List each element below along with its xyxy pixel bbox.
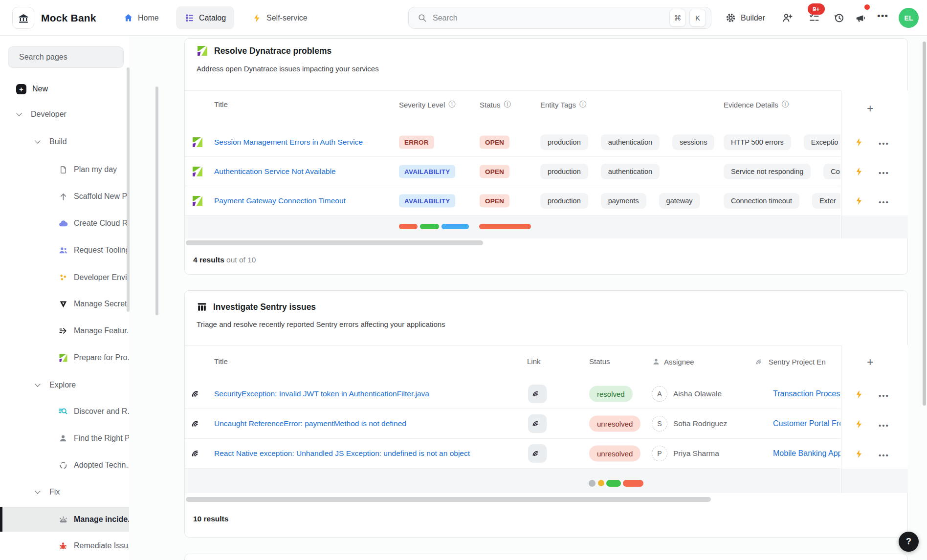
run-action-bolt-icon[interactable] [854,389,864,400]
sidebar-item-discover[interactable]: Discover and R... [0,401,129,422]
column-header-severity[interactable]: Severity Level [399,100,455,109]
column-header-evidence[interactable]: Evidence Details [724,100,789,109]
more-menu-button[interactable]: ••• [877,11,888,22]
partial-pill [623,480,643,487]
announcements-button[interactable] [854,12,866,24]
plus-icon: + [16,84,26,94]
table-row[interactable]: Authentication Service Not Available AVA… [185,157,840,186]
sidebar-section-build[interactable]: Build [0,131,129,152]
run-action-bolt-icon[interactable] [854,449,864,459]
run-action-bolt-icon[interactable] [854,195,864,206]
column-header-link[interactable]: Link [527,357,541,366]
issue-title-link[interactable]: React Native exception: Unhandled JS Exc… [214,449,470,458]
partial-pill [606,480,621,487]
sidebar-section-fix[interactable]: Fix [0,481,129,503]
row-menu-button[interactable] [879,198,889,206]
sidebar-search[interactable] [8,46,124,68]
project-link[interactable]: Transaction Processing [773,389,840,398]
table-horizontal-scrollbar[interactable] [186,497,711,502]
partial-row-band [185,215,840,238]
problem-title-link[interactable]: Payment Gateway Connection Timeout [214,196,346,205]
sidebar-item-adopted-technologies[interactable]: Adopted Techn... [0,454,129,476]
row-menu-button[interactable] [879,451,889,459]
problem-title-link[interactable]: Authentication Service Not Available [214,167,336,176]
partial-pill [441,224,469,229]
brand-name: Mock Bank [41,0,96,36]
new-button[interactable]: + New [0,78,129,100]
column-header-sentry-project[interactable]: Sentry Project En [756,357,826,366]
status-badge: OPEN [480,165,509,178]
project-link[interactable]: Mobile Banking App [773,449,840,458]
sentry-link-button[interactable] [528,444,547,463]
content-scrollbar[interactable] [155,86,158,315]
add-column-button[interactable] [867,102,873,115]
row-menu-button[interactable] [879,421,889,430]
tab-self-service[interactable]: Self-service [252,0,308,36]
column-header-assignee[interactable]: Assignee [652,357,694,366]
column-header-entity-tags[interactable]: Entity Tags [540,100,586,109]
run-action-bolt-icon[interactable] [854,419,864,430]
cloud-icon [58,218,68,229]
sidebar-item-remediate-issues[interactable]: Remediate Issu... [0,535,129,557]
chevron-down-icon [35,138,40,143]
sentry-link-button[interactable] [528,414,547,433]
project-link[interactable]: Customer Portal Frontend [773,419,840,428]
column-header-status[interactable]: Status [480,100,511,109]
row-actions [841,379,908,409]
three-dots-icon [58,272,68,283]
sidebar-item-scaffold-new[interactable]: Scaffold New Pr... [0,186,129,207]
table-row[interactable]: React Native exception: Unhandled JS Exc… [185,439,840,469]
entity-tag: authentication [601,134,660,150]
sidebar-item-developer-environments[interactable]: Developer Envir... [0,267,129,288]
sidebar-item-plan-my-day[interactable]: Plan my day [0,159,129,180]
issue-title-link[interactable]: Uncaught ReferenceError: paymentMethod i… [214,419,406,428]
sidebar-search-input[interactable] [19,53,120,62]
partial-pill [420,224,439,229]
help-button[interactable]: ? [899,532,919,552]
dynatrace-icon [192,136,203,148]
run-action-bolt-icon[interactable] [854,137,864,148]
builder-button[interactable]: Builder [725,0,765,36]
sidebar-section-developer[interactable]: Developer [0,104,129,125]
column-header-title[interactable]: Title [214,357,228,366]
table-row[interactable]: Uncaught ReferenceError: paymentMethod i… [185,409,840,439]
table-row[interactable]: SecurityException: Invalid JWT token in … [185,379,840,409]
sidebar-item-manage-features[interactable]: Manage Featur... [0,320,129,342]
sidebar-scrollbar[interactable] [127,67,130,312]
problem-title-link[interactable]: Session Management Errors in Auth Servic… [214,138,363,147]
sidebar-item-manage-secrets[interactable]: Manage Secrets [0,293,129,315]
sidebar-item-manage-incidents[interactable]: Manage incide... [0,507,129,532]
issue-title-link[interactable]: SecurityException: Invalid JWT token in … [214,389,429,398]
tab-catalog[interactable]: Catalog [176,6,234,29]
info-icon [448,100,455,109]
severity-badge: AVAILABILITY [399,165,455,178]
table-row[interactable]: Session Management Errors in Auth Servic… [185,128,840,157]
sidebar-item-request-tooling[interactable]: Request Tooling [0,239,129,261]
user-avatar[interactable]: EL [899,8,919,28]
column-header-title[interactable]: Title [214,100,228,108]
row-menu-button[interactable] [879,169,889,177]
entity-tag: production [540,193,588,209]
table-horizontal-scrollbar[interactable] [186,240,483,245]
info-icon [579,100,586,109]
column-header-status[interactable]: Status [589,357,610,366]
row-menu-button[interactable] [879,139,889,148]
run-action-bolt-icon[interactable] [854,166,864,177]
sidebar-section-explore[interactable]: Explore [0,374,129,396]
lightning-icon [252,13,262,23]
search-input[interactable] [433,14,666,22]
invite-user-button[interactable] [781,12,794,24]
sidebar-item-create-cloud[interactable]: Create Cloud R... [0,213,129,234]
global-search[interactable]: ⌘ K [408,7,711,29]
sidebar-item-prepare-production[interactable]: Prepare for Pro... [0,347,129,368]
chevron-down-icon [16,110,22,116]
row-menu-button[interactable] [879,391,889,400]
table-row[interactable]: Payment Gateway Connection Timeout AVAIL… [185,186,840,215]
add-column-button[interactable] [867,356,873,369]
sidebar-item-find-right-person[interactable]: Find the Right P... [0,428,129,449]
tab-home[interactable]: Home [123,0,159,36]
history-button[interactable] [833,12,845,24]
sentry-link-button[interactable] [528,385,547,403]
page-scrollbar[interactable] [923,42,926,406]
app-logo[interactable] [12,7,34,29]
